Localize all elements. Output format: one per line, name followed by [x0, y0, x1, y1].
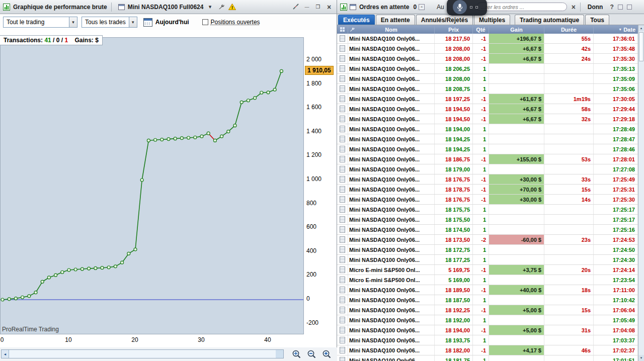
order-details-icon[interactable]: [340, 297, 345, 303]
maximize-icon[interactable]: [313, 3, 323, 11]
table-row[interactable]: Mini NASDAQ100 Only06...18 176,75-1+30,0…: [337, 195, 638, 205]
order-details-icon[interactable]: [340, 357, 345, 361]
tab-annul-s-rejet-s[interactable]: Annulés/Rejetés: [416, 15, 473, 25]
table-row[interactable]: Mini NASDAQ100 Only06...18 208,75117:35:…: [337, 84, 638, 94]
table-row[interactable]: Micro E-mini S&P500 Onl...5 169,00117:23…: [337, 275, 638, 285]
column-header-nom[interactable]: Nom: [348, 25, 435, 34]
order-details-icon[interactable]: [340, 45, 345, 52]
chart-plot-area[interactable]: [0, 37, 304, 334]
table-row[interactable]: Mini NASDAQ100 Only06...18 176,75-1+30,0…: [337, 174, 638, 185]
clear-filter-icon[interactable]: [419, 4, 425, 10]
table-row[interactable]: Micro E-mini S&P500 Onl...5 169,75-1+3,7…: [337, 265, 638, 275]
table-row[interactable]: Mini NASDAQ100 Only06...18 182,00-1+4,17…: [337, 345, 638, 355]
table-row[interactable]: Mini NASDAQ100 Only06...18 174,50117:25:…: [337, 225, 638, 235]
order-details-icon[interactable]: [340, 126, 345, 132]
table-row[interactable]: Mini NASDAQ100 Only06...18 172,75117:24:…: [337, 245, 638, 255]
order-details-icon[interactable]: [340, 216, 345, 223]
zoom-out-icon[interactable]: [305, 348, 318, 359]
vertical-scrollbar[interactable]: [638, 25, 644, 361]
table-row[interactable]: Mini NASDAQ100 Only06...18 178,75-1+70,0…: [337, 185, 638, 195]
order-details-icon[interactable]: [340, 287, 345, 293]
table-row[interactable]: Mini NASDAQ100 Only06...18 175,50117:25:…: [337, 215, 638, 225]
table-row[interactable]: Mini NASDAQ100 Only06...18 186,75-1+155,…: [337, 154, 638, 164]
order-details-icon[interactable]: [340, 327, 345, 333]
open-positions-label[interactable]: Positions ouvertes: [211, 19, 260, 26]
table-row[interactable]: Mini NASDAQ100 Only06...18 193,75117:03:…: [337, 335, 638, 345]
table-row[interactable]: Mini NASDAQ100 Only06...18 217,50-1+196,…: [337, 34, 638, 44]
table-row[interactable]: Mini NASDAQ100 Only06...18 206,25117:35:…: [337, 64, 638, 74]
table-row[interactable]: Mini NASDAQ100 Only06...18 208,00-1+6,67…: [337, 54, 638, 64]
table-row[interactable]: Mini NASDAQ100 Only06...18 208,00117:35:…: [337, 74, 638, 84]
table-row[interactable]: Mini NASDAQ100 Only06...18 192,25-1+5,00…: [337, 305, 638, 315]
order-details-icon[interactable]: [340, 55, 345, 62]
calendar-icon[interactable]: [143, 18, 152, 27]
order-details-icon[interactable]: [340, 156, 345, 162]
column-header-qt[interactable]: Qté: [473, 25, 489, 34]
zoom-in-icon[interactable]: [320, 348, 333, 359]
column-header-date[interactable]: Date: [594, 25, 638, 34]
table-row[interactable]: Mini NASDAQ100 Only06...18 197,25-1+61,6…: [337, 94, 638, 104]
table-row[interactable]: Mini NASDAQ100 Only06...18 194,50-1+6,67…: [337, 104, 638, 114]
table-row[interactable]: Mini NASDAQ100 Only06...18 194,00117:28:…: [337, 124, 638, 134]
table-row[interactable]: Mini NASDAQ100 Only06...18 189,50-1+40,0…: [337, 285, 638, 295]
column-header-gain[interactable]: Gain: [489, 25, 544, 34]
minimize-icon[interactable]: [302, 3, 311, 11]
order-details-icon[interactable]: [340, 146, 345, 152]
column-header-dure[interactable]: Durée: [544, 25, 594, 34]
open-positions-checkbox[interactable]: [202, 19, 208, 25]
window-button-icon[interactable]: [618, 5, 623, 10]
wrench-icon[interactable]: [216, 3, 225, 11]
order-details-icon[interactable]: [340, 317, 345, 323]
orders-search-input[interactable]: [476, 3, 567, 11]
instrument-tab-label[interactable]: Mini NASDAQ100 Full0624: [128, 4, 204, 11]
order-details-icon[interactable]: [340, 256, 345, 263]
order-details-icon[interactable]: [340, 236, 345, 243]
tab-ex-cut-s[interactable]: Exécutés: [338, 15, 375, 25]
table-row[interactable]: Mini NASDAQ100 Only06...18 194,25117:28:…: [337, 144, 638, 154]
tab-en-attente[interactable]: En attente: [376, 15, 415, 25]
window-button-icon[interactable]: [627, 5, 632, 10]
horizontal-scrollbar[interactable]: [1, 349, 284, 358]
tab-trading-automatique[interactable]: Trading automatique: [515, 15, 584, 25]
order-details-icon[interactable]: [340, 337, 345, 343]
table-row[interactable]: Mini NASDAQ100 Only06...18 192,00117:05:…: [337, 315, 638, 325]
table-row[interactable]: Mini NASDAQ100 Only06...18 179,00117:27:…: [337, 164, 638, 174]
order-details-icon[interactable]: [340, 136, 345, 142]
table-row[interactable]: Mini NASDAQ100 Only06...18 187,50117:10:…: [337, 295, 638, 305]
table-row[interactable]: Mini NASDAQ100 Only06...18 175,75117:25:…: [337, 205, 638, 215]
order-details-icon[interactable]: [340, 266, 345, 273]
scroll-down-icon[interactable]: [638, 355, 644, 361]
order-details-icon[interactable]: [340, 85, 345, 92]
zoom-fit-icon[interactable]: [290, 348, 303, 359]
order-details-icon[interactable]: [340, 75, 345, 82]
trading-scope-select[interactable]: Tout le trading ▼: [3, 17, 77, 28]
warning-icon[interactable]: !: [227, 3, 236, 11]
table-row[interactable]: Mini NASDAQ100 Only06...18 177,25117:24:…: [337, 255, 638, 265]
table-row[interactable]: Mini NASDAQ100 Only06...18 194,00-1+5,00…: [337, 325, 638, 335]
order-details-icon[interactable]: [340, 226, 345, 233]
table-row[interactable]: Mini NASDAQ100 Only06...18 181,75117:01:…: [337, 355, 638, 361]
scrollbar-thumb[interactable]: [639, 32, 643, 61]
order-details-icon[interactable]: [340, 186, 345, 193]
scrollbar-thumb[interactable]: [9, 350, 276, 358]
order-details-icon[interactable]: [340, 116, 345, 122]
trades-filter-select[interactable]: Tous les trades ▼: [82, 17, 137, 28]
order-details-icon[interactable]: [340, 106, 345, 112]
search-close-icon[interactable]: [569, 3, 578, 11]
close-icon[interactable]: [325, 3, 334, 11]
help-icon[interactable]: ?: [610, 4, 613, 11]
table-row[interactable]: Mini NASDAQ100 Only06...18 173,50-2-60,0…: [337, 235, 638, 245]
order-details-icon[interactable]: [340, 96, 345, 102]
order-details-icon[interactable]: [340, 196, 345, 203]
tab-multiples[interactable]: Multiples: [474, 15, 510, 25]
today-label[interactable]: Aujourd'hui: [155, 19, 189, 26]
scroll-up-icon[interactable]: [638, 25, 644, 31]
order-details-icon[interactable]: [340, 166, 345, 172]
order-details-icon[interactable]: [340, 35, 345, 42]
order-details-icon[interactable]: [340, 65, 345, 72]
tab-tous[interactable]: Tous: [585, 15, 609, 25]
disconnect-icon[interactable]: [291, 3, 300, 11]
microphone-icon[interactable]: [453, 0, 467, 14]
order-details-icon[interactable]: [340, 176, 345, 183]
table-row[interactable]: Mini NASDAQ100 Only06...18 194,50-1+6,67…: [337, 114, 638, 124]
